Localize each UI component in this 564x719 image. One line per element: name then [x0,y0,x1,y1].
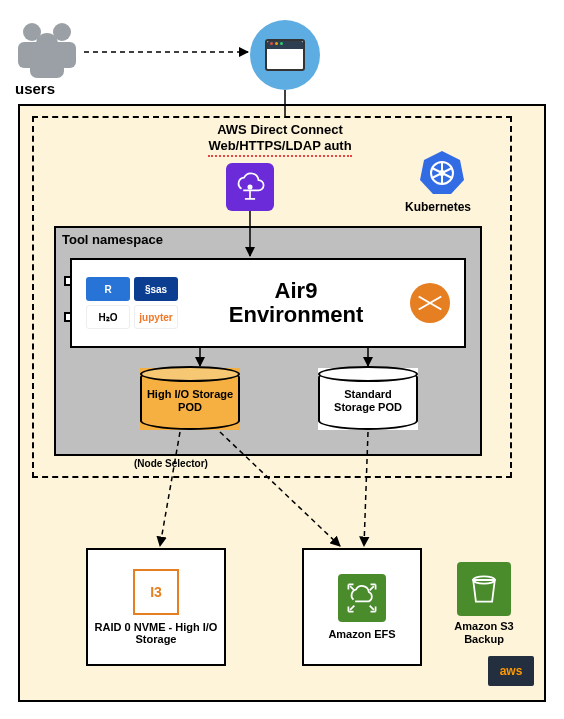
env-title-line1: Air9 [275,278,318,303]
env-title-line2: Environment [229,302,363,327]
architecture-diagram: users AWS Direct Connect Web/HTTPS/LDAP … [0,0,564,719]
efs-label: Amazon EFS [322,628,401,640]
sas-icon: §sas [134,277,178,301]
connect-line2: Web/HTTPS/LDAP auth [208,138,351,156]
jupyter-icon: jupyter [134,305,178,329]
air9-env-title: Air9 Environment [182,279,410,327]
users-label: users [15,80,55,97]
s3-label: Amazon S3 Backup [444,620,524,645]
high-io-storage-pod: High I/O Storage POD [140,368,240,430]
efs-icon [338,574,386,622]
kubernetes-label: Kubernetes [405,200,471,214]
connect-line1: AWS Direct Connect [217,122,343,137]
s3-bucket-icon [457,562,511,616]
orange-shell-icon [410,283,450,323]
tool-namespace-title: Tool namespace [62,232,163,247]
air9-environment-box: R §sas H₂O jupyter Air9 Environment [70,258,466,348]
cloud-gateway-icon [226,163,274,211]
i3-chip-icon: I3 [133,569,179,615]
tool-icons-group: R §sas H₂O jupyter [72,277,182,329]
high-io-pod-label: High I/O Storage POD [146,378,234,424]
r-icon: R [86,277,130,301]
standard-storage-pod: Standard Storage POD [318,368,418,430]
svg-rect-5 [30,54,64,78]
direct-connect-label: AWS Direct Connect Web/HTTPS/LDAP auth [180,122,380,157]
kubernetes-icon [418,148,466,196]
i3-chip-label: I3 [150,584,162,600]
amazon-s3-block: Amazon S3 Backup [444,562,524,645]
node-selector-label: (Node Selector) [134,458,208,469]
users-icon [12,18,82,78]
svg-point-14 [439,170,445,176]
h2o-icon: H₂O [86,305,130,329]
browser-icon [250,20,320,90]
amazon-efs-box: Amazon EFS [302,548,422,666]
aws-badge-icon: aws [488,656,534,686]
raid-label: RAID 0 NVME - High I/O Storage [88,621,224,645]
raid-nvme-box: I3 RAID 0 NVME - High I/O Storage [86,548,226,666]
svg-point-8 [248,185,251,188]
standard-pod-label: Standard Storage POD [324,378,412,424]
